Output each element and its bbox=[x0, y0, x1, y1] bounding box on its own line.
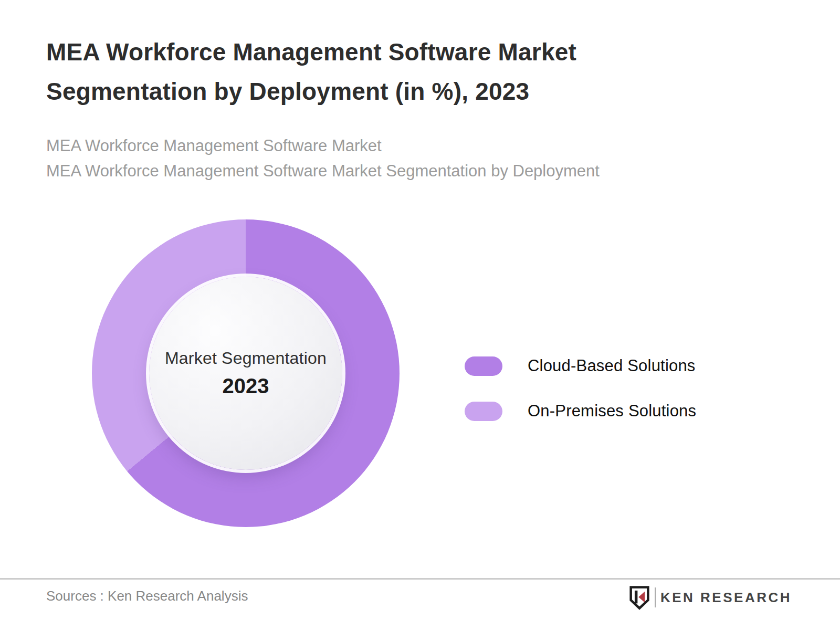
legend-swatch-cloud bbox=[465, 356, 502, 376]
subtitle-line-1: MEA Workforce Management Software Market bbox=[46, 133, 600, 159]
donut-chart: Market Segmentation 2023 bbox=[92, 219, 400, 527]
legend-item: Cloud-Based Solutions bbox=[465, 356, 696, 376]
ken-research-logo: KEN RESEARCH bbox=[629, 584, 792, 611]
footer-divider bbox=[0, 578, 840, 580]
logo-text: KEN RESEARCH bbox=[660, 590, 792, 606]
shield-k-icon bbox=[629, 585, 650, 610]
logo-divider bbox=[655, 587, 656, 607]
legend-item: On-Premises Solutions bbox=[465, 401, 696, 421]
legend-swatch-onprem bbox=[465, 402, 502, 421]
page-title: MEA Workforce Management Software Market… bbox=[46, 33, 676, 112]
chart-subtitle: MEA Workforce Management Software Market… bbox=[46, 133, 600, 184]
subtitle-line-2: MEA Workforce Management Software Market… bbox=[46, 159, 600, 184]
infographic-page: MEA Workforce Management Software Market… bbox=[0, 0, 840, 630]
donut-center-year: 2023 bbox=[223, 374, 269, 398]
chart-legend: Cloud-Based Solutions On-Premises Soluti… bbox=[465, 356, 696, 421]
donut-center: Market Segmentation 2023 bbox=[149, 277, 342, 470]
donut-center-label: Market Segmentation bbox=[165, 349, 327, 368]
legend-label-cloud: Cloud-Based Solutions bbox=[528, 356, 696, 375]
legend-label-onprem: On-Premises Solutions bbox=[528, 402, 696, 421]
sources-note: Sources : Ken Research Analysis bbox=[46, 588, 248, 604]
